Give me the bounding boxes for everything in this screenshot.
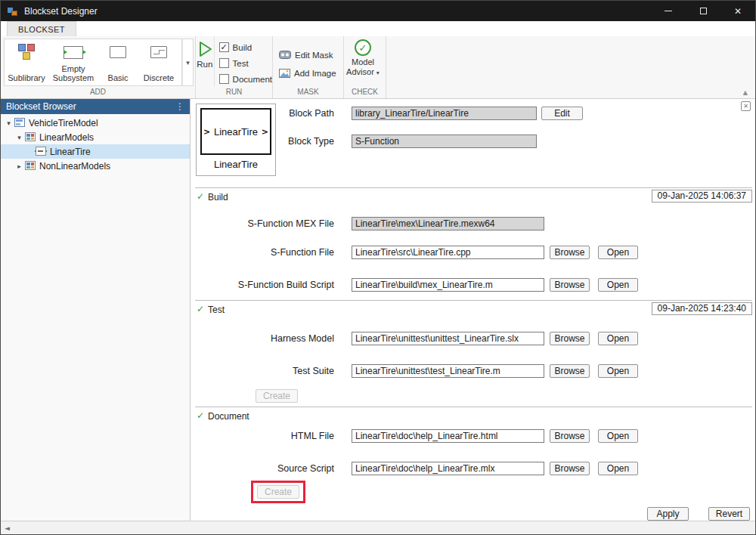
model-advisor-icon: ✓ [355,39,371,56]
run-label: Run [197,60,212,69]
build-checkbox-row[interactable]: ✓ Build [219,39,272,55]
harness-model-label: Harness Model [191,333,334,344]
section-add: Sublibrary Empty Subsystem Basic Di [1,36,196,98]
tree-item-linearmodels[interactable]: ▾ LinearModels [1,130,190,144]
block-path-field [352,107,537,120]
build-checkbox[interactable]: ✓ [219,42,229,52]
build-script-browse-button[interactable]: Browse [550,278,590,292]
add-basic-button[interactable]: Basic [98,39,138,85]
basic-label: Basic [108,73,129,83]
build-script-open-button[interactable]: Open [598,278,638,292]
test-section-header: ✓ Test 09-Jan-2025 14:23:40 [195,300,752,318]
test-check-icon: ✓ [197,304,204,314]
harness-model-open-button[interactable]: Open [598,332,638,345]
edit-button[interactable]: Edit [541,107,583,120]
collapse-panel-icon[interactable]: ◄ [5,524,10,532]
chevron-down-icon: ▾ [376,70,380,76]
block-inspector-panel: ✕ > LinearTire > LinearTire Block Path E… [191,99,755,521]
collapse-arrow-icon[interactable]: ▾ [4,119,14,127]
tree-item-nonlinearmodels[interactable]: ▸ NonLinearModels [1,159,190,173]
build-script-label: S-Function Build Script [191,280,334,290]
harness-model-browse-button[interactable]: Browse [550,332,590,345]
model-advisor-button[interactable]: ✓ Model Advisor ▾ [344,36,382,87]
section-run: Run ✓ Build Test Document [196,36,273,98]
block-path-row: Block Path Edit [191,107,755,122]
collapse-arrow-icon[interactable]: ▾ [14,134,24,141]
sublibrary-icon [17,43,36,61]
tree-item-vehicletiremodel[interactable]: ▾ VehicleTireModel [1,116,190,130]
blockset-browser-panel: Blockset Browser ⋮ ▾ VehicleTireModel ▾ … [1,99,191,521]
revert-button[interactable]: Revert [708,507,750,521]
test-section-title: Test [208,305,225,315]
sfunction-file-open-button[interactable]: Open [598,246,638,259]
source-script-open-button[interactable]: Open [598,462,638,475]
run-icon [197,40,213,58]
sublibrary-icon [24,132,36,142]
close-button[interactable]: ✕ [720,1,755,21]
browser-menu-icon[interactable]: ⋮ [175,101,184,112]
model-icon [14,118,26,128]
annotation-highlight: Create [251,481,305,503]
build-script-field[interactable] [352,278,544,292]
titlebar: Blockset Designer ✕ [1,1,755,21]
source-script-label: Source Script [191,463,334,474]
block-type-row: Block Type [191,135,755,150]
tree-item-label: LinearModels [39,132,94,143]
mask-icon [279,51,291,59]
gallery-dropdown-button[interactable]: ▾ [182,39,194,86]
build-section-title: Build [208,192,228,203]
test-checkbox[interactable] [219,58,229,68]
test-suite-field[interactable] [352,364,544,378]
test-suite-browse-button[interactable]: Browse [550,364,590,378]
html-file-field[interactable] [352,429,544,443]
discrete-label: Discrete [144,73,174,83]
html-file-label: HTML File [191,431,334,441]
source-script-browse-button[interactable]: Browse [550,462,590,475]
sfunction-file-row: S-Function File Browse Open [191,246,755,261]
minimize-toolstrip-icon[interactable]: ▲ [743,89,748,96]
source-script-field[interactable] [352,462,544,475]
html-file-browse-button[interactable]: Browse [550,429,590,443]
add-sublibrary-button[interactable]: Sublibrary [5,39,48,85]
browser-title: Blockset Browser [6,101,76,112]
test-create-button[interactable]: Create [256,389,298,403]
test-suite-row: Test Suite Browse Open [191,364,755,379]
maximize-icon [700,8,707,14]
expand-arrow-icon[interactable]: ▸ [14,162,24,170]
tree-item-label: LinearTire [50,147,91,157]
edit-mask-button[interactable]: Edit Mask [279,47,336,63]
document-create-button[interactable]: Create [257,485,299,499]
browser-tree: ▾ VehicleTireModel ▾ LinearModels Linear… [1,114,190,173]
mex-file-field [352,217,544,230]
add-section-label: ADD [1,87,195,98]
run-button[interactable]: Run [196,36,214,87]
add-empty-subsystem-button[interactable]: Empty Subsystem [48,39,98,85]
tree-item-lineartire[interactable]: LinearTire [1,144,190,159]
test-checkbox-row[interactable]: Test [219,55,272,71]
tab-blockset[interactable]: BLOCKSET [7,21,76,36]
test-timestamp: 09-Jan-2025 14:23:40 [652,302,752,315]
harness-model-field[interactable] [352,332,544,345]
build-checkbox-label: Build [233,43,253,52]
maximize-button[interactable] [686,1,720,21]
document-checkbox[interactable] [219,74,229,84]
add-discrete-button[interactable]: Discrete [138,39,180,85]
sfunction-file-browse-button[interactable]: Browse [550,246,590,259]
minimize-button[interactable] [651,1,686,21]
test-checkbox-label: Test [233,59,249,68]
discrete-block-icon [150,46,167,58]
sfunction-file-field[interactable] [352,246,544,259]
block-icon [35,147,47,156]
window-controls: ✕ [651,1,755,21]
image-icon [279,69,290,78]
html-file-row: HTML File Browse Open [191,429,755,444]
apply-button[interactable]: Apply [647,507,689,521]
add-image-button[interactable]: Add Image [279,65,336,81]
sublibrary-icon [24,161,36,171]
mex-file-row: S-Function MEX File [191,217,755,232]
document-checkbox-row[interactable]: Document [219,71,272,87]
document-check-icon: ✓ [197,410,204,421]
empty-subsystem-label: Empty Subsystem [49,64,98,83]
test-suite-open-button[interactable]: Open [598,364,638,378]
html-file-open-button[interactable]: Open [598,429,638,443]
